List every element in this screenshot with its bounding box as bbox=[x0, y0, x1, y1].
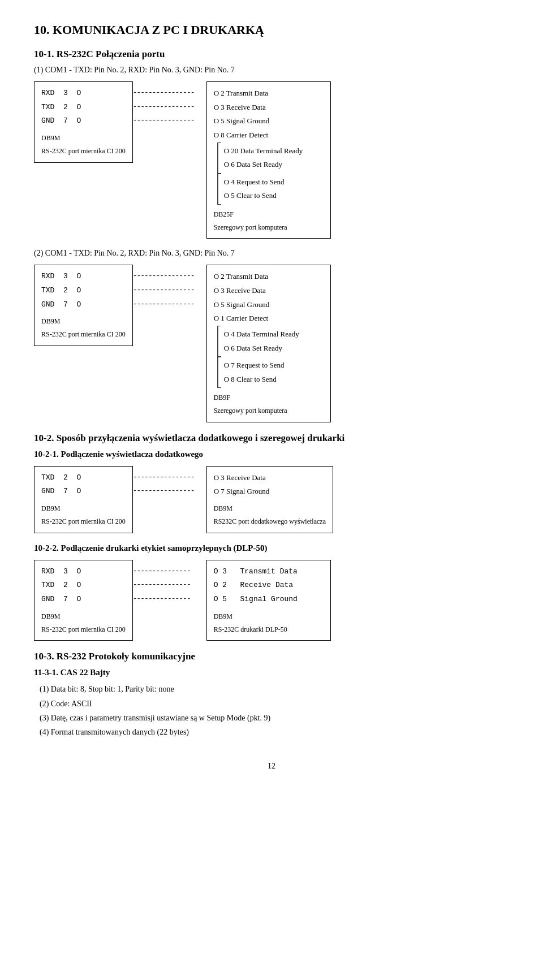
section2-heading: 10-2. Sposób przyłączenia wyświetlacza d… bbox=[34, 433, 509, 444]
diagram3: TXD 2 O GND 7 O DB9M RS-232C port mierni… bbox=[34, 466, 509, 533]
diagram3-right-row1: O 3 Receive Data bbox=[214, 471, 326, 485]
diagram3-right-row2: O 7 Signal Ground bbox=[214, 485, 326, 499]
diagram1: RXD 3 O TXD 2 O GND 7 O DB9M RS-232C por… bbox=[34, 81, 509, 239]
com2-intro: (2) COM1 - TXD: Pin No. 2, RXD: Pin No. … bbox=[34, 249, 509, 258]
diagram1-left-box: RXD 3 O TXD 2 O GND 7 O DB9M RS-232C por… bbox=[34, 81, 133, 163]
protocol-item-3: (3) Datę, czas i parametry transmisji us… bbox=[40, 711, 509, 725]
diagram1-bracket1-text: O 20 Data Terminal Ready O 6 Data Set Re… bbox=[224, 144, 303, 172]
diagram4-left-row1: RXD 3 O bbox=[41, 565, 126, 579]
diagram3-right-box: O 3 Receive Data O 7 Signal Ground DB9M … bbox=[206, 466, 333, 533]
sub1-heading: 10-2-1. Podłączenie wyświetlacza dodatko… bbox=[34, 450, 509, 459]
diagram4-left-label2: RS-232C port miernika CI 200 bbox=[41, 623, 126, 636]
diagram3-right-area: O 3 Receive Data O 7 Signal Ground DB9M … bbox=[206, 466, 333, 533]
diagram2-right-label2: Szeregowy port komputera bbox=[214, 404, 324, 417]
diagram4-dash3: --------------- bbox=[133, 592, 206, 606]
diagram2-left-box: RXD 3 O TXD 2 O GND 7 O DB9M RS-232C por… bbox=[34, 265, 133, 346]
diagram1-right-label2: Szeregowy port komputera bbox=[214, 221, 324, 234]
diagram1-right-area: O 2 Transmit Data O 3 Receive Data O 5 S… bbox=[206, 81, 331, 239]
protocol-list: (1) Data bit: 8, Stop bit: 1, Parity bit… bbox=[40, 682, 509, 739]
diagram1-dash1: ---------------- bbox=[133, 86, 206, 100]
diagram3-left-label2: RS-232C port miernika CI 200 bbox=[41, 515, 126, 528]
diagram1-left-row2: TXD 2 O bbox=[41, 101, 126, 115]
diagram1-left-row3: GND 7 O bbox=[41, 114, 126, 128]
diagram2-right-area: O 2 Transmit Data O 3 Receive Data O 5 S… bbox=[206, 265, 331, 422]
diagram1-right-row1: O 2 Transmit Data bbox=[214, 87, 324, 101]
diagram4-left-row3: GND 7 O bbox=[41, 593, 126, 607]
protocol-item-4: (4) Format transmitowanych danych (22 by… bbox=[40, 725, 509, 739]
diagram2-bracket1-icon bbox=[214, 326, 222, 357]
diagram4-left-label1: DB9M bbox=[41, 610, 126, 623]
protocol-item-2: (2) Code: ASCII bbox=[40, 697, 509, 711]
sub2-heading: 10-2-2. Podłączenie drukarki etykiet sam… bbox=[34, 543, 509, 553]
diagram1-left-label1: DB9M bbox=[41, 132, 126, 145]
diagram1-left-label2: RS-232C port miernika CI 200 bbox=[41, 145, 126, 158]
section-rs232c-connections: 10-1. RS-232C Połączenia portu (1) COM1 … bbox=[34, 49, 509, 422]
diagram1-right-row4: O 8 Carrier Detect bbox=[214, 128, 324, 143]
diagram1-dashes: ---------------- ---------------- ------… bbox=[133, 81, 206, 128]
diagram1-dash3: ---------------- bbox=[133, 114, 206, 128]
subsection-display: 10-2-1. Podłączenie wyświetlacza dodatko… bbox=[34, 450, 509, 533]
diagram1-bracket1-row: O 20 Data Terminal Ready O 6 Data Set Re… bbox=[214, 143, 324, 174]
diagram4-right-box: O 3 Transmit Data O 2 Receive Data O 5 S… bbox=[206, 560, 331, 641]
diagram1-left-row1: RXD 3 O bbox=[41, 87, 126, 101]
bracket2-icon bbox=[214, 174, 222, 205]
diagram2-right-row3: O 5 Signal Ground bbox=[214, 298, 324, 312]
section3-heading: 10-3. RS-232 Protokoły komunikacyjne bbox=[34, 651, 509, 662]
diagram3-dash2: ---------------- bbox=[133, 484, 206, 498]
section-protocols: 10-3. RS-232 Protokoły komunikacyjne 11-… bbox=[34, 651, 509, 739]
diagram1-bracket2-row: O 4 Request to Send O 5 Clear to Send bbox=[214, 174, 324, 205]
diagram3-dashes: ---------------- ---------------- bbox=[133, 466, 206, 498]
diagram2-right-box: O 2 Transmit Data O 3 Receive Data O 5 S… bbox=[206, 265, 331, 422]
diagram4-dash2: --------------- bbox=[133, 578, 206, 592]
diagram4-right-area: O 3 Transmit Data O 2 Receive Data O 5 S… bbox=[206, 560, 331, 641]
subsection-printer: 10-2-2. Podłączenie drukarki etykiet sam… bbox=[34, 543, 509, 641]
diagram2-bracket2-row: O 7 Request to Send O 8 Clear to Send bbox=[214, 357, 324, 388]
diagram2-bracket1-row: O 4 Data Terminal Ready O 6 Data Set Rea… bbox=[214, 326, 324, 357]
diagram2-right-row1: O 2 Transmit Data bbox=[214, 270, 324, 284]
diagram1-right-row2: O 3 Receive Data bbox=[214, 101, 324, 115]
bracket1-icon bbox=[214, 143, 222, 174]
diagram1-right-label1: DB25F bbox=[214, 208, 324, 221]
diagram4-dashes: --------------- --------------- --------… bbox=[133, 560, 206, 606]
page-title: 10. KOMUNIKACJA Z PC I DRUKARKĄ bbox=[34, 23, 509, 37]
section-display-printer: 10-2. Sposób przyłączenia wyświetlacza d… bbox=[34, 433, 509, 641]
diagram2-right-label1: DB9F bbox=[214, 391, 324, 404]
diagram2-bracket1-text: O 4 Data Terminal Ready O 6 Data Set Rea… bbox=[224, 327, 299, 355]
diagram2: RXD 3 O TXD 2 O GND 7 O DB9M RS-232C por… bbox=[34, 265, 509, 422]
diagram2-dash2: ---------------- bbox=[133, 283, 206, 297]
diagram2-dashes: ---------------- ---------------- ------… bbox=[133, 265, 206, 311]
diagram4: RXD 3 O TXD 2 O GND 7 O DB9M RS-232C por… bbox=[34, 560, 509, 641]
diagram4-left-row2: TXD 2 O bbox=[41, 578, 126, 593]
com1-intro: (1) COM1 - TXD: Pin No. 2, RXD: Pin No. … bbox=[34, 66, 509, 75]
diagram1-right-row3: O 5 Signal Ground bbox=[214, 114, 324, 128]
section1-heading: 10-1. RS-232C Połączenia portu bbox=[34, 49, 509, 60]
diagram3-right-label2: RS232C port dodatkowego wyświetlacza bbox=[214, 515, 326, 528]
diagram2-dash3: ---------------- bbox=[133, 297, 206, 312]
diagram3-left-row2: GND 7 O bbox=[41, 485, 126, 499]
diagram3-left-box: TXD 2 O GND 7 O DB9M RS-232C port mierni… bbox=[34, 466, 133, 533]
diagram2-bracket2-text: O 7 Request to Send O 8 Clear to Send bbox=[224, 359, 285, 386]
diagram3-dash1: ---------------- bbox=[133, 470, 206, 485]
diagram4-right-label2: RS-232C drukarki DLP-50 bbox=[214, 623, 324, 636]
diagram3-left-row1: TXD 2 O bbox=[41, 471, 126, 485]
diagram2-left-row3: GND 7 O bbox=[41, 298, 126, 312]
diagram2-left-label1: DB9M bbox=[41, 315, 126, 328]
diagram3-left-label1: DB9M bbox=[41, 502, 126, 515]
diagram2-right-row2: O 3 Receive Data bbox=[214, 284, 324, 298]
protocol-item-1: (1) Data bit: 8, Stop bit: 1, Parity bit… bbox=[40, 682, 509, 696]
diagram4-dash1: --------------- bbox=[133, 564, 206, 578]
diagram1-bracket2-text: O 4 Request to Send O 5 Clear to Send bbox=[224, 175, 285, 203]
diagram2-left-row2: TXD 2 O bbox=[41, 284, 126, 298]
diagram4-right-row2: O 2 Receive Data bbox=[214, 578, 324, 593]
diagram2-left-label2: RS-232C port miernika CI 200 bbox=[41, 328, 126, 341]
diagram4-right-label1: DB9M bbox=[214, 610, 324, 623]
diagram3-right-label1: DB9M bbox=[214, 502, 326, 515]
page-number: 12 bbox=[34, 762, 509, 771]
section3-sub-heading: 11-3-1. CAS 22 Bajty bbox=[34, 668, 509, 677]
diagram4-right-row1: O 3 Transmit Data bbox=[214, 565, 324, 579]
diagram4-left-box: RXD 3 O TXD 2 O GND 7 O DB9M RS-232C por… bbox=[34, 560, 133, 641]
diagram4-right-row3: O 5 Signal Ground bbox=[214, 593, 324, 607]
diagram2-bracket2-icon bbox=[214, 357, 222, 388]
diagram2-dash1: ---------------- bbox=[133, 269, 206, 283]
diagram1-dash2: ---------------- bbox=[133, 100, 206, 114]
